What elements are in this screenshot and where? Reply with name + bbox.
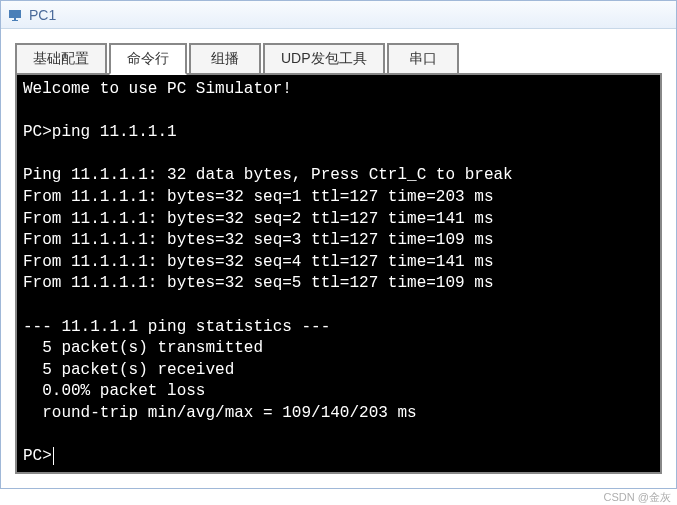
tab-label: 组播 [211, 50, 239, 66]
tab-label: 串口 [409, 50, 437, 66]
title-bar: PC1 [1, 1, 676, 29]
terminal-wrapper: Welcome to use PC Simulator! PC>ping 11.… [15, 73, 662, 474]
tab-bar: 基础配置 命令行 组播 UDP发包工具 串口 [1, 29, 676, 75]
tab-serial[interactable]: 串口 [387, 43, 459, 75]
tab-label: 命令行 [127, 50, 169, 66]
tab-label: 基础配置 [33, 50, 89, 66]
terminal-prompt: PC> [23, 447, 52, 465]
tab-multicast[interactable]: 组播 [189, 43, 261, 75]
window-title: PC1 [29, 7, 56, 23]
tab-udp-tool[interactable]: UDP发包工具 [263, 43, 385, 75]
tab-command-line[interactable]: 命令行 [109, 43, 187, 75]
tab-label: UDP发包工具 [281, 50, 367, 66]
tab-basic-config[interactable]: 基础配置 [15, 43, 107, 75]
terminal[interactable]: Welcome to use PC Simulator! PC>ping 11.… [17, 75, 660, 472]
terminal-output: Welcome to use PC Simulator! PC>ping 11.… [23, 80, 513, 422]
pc-simulator-window: PC1 基础配置 命令行 组播 UDP发包工具 串口 Welcome to us… [0, 0, 677, 489]
app-icon [7, 7, 23, 23]
watermark: CSDN @金灰 [604, 490, 671, 505]
cursor [53, 447, 54, 465]
